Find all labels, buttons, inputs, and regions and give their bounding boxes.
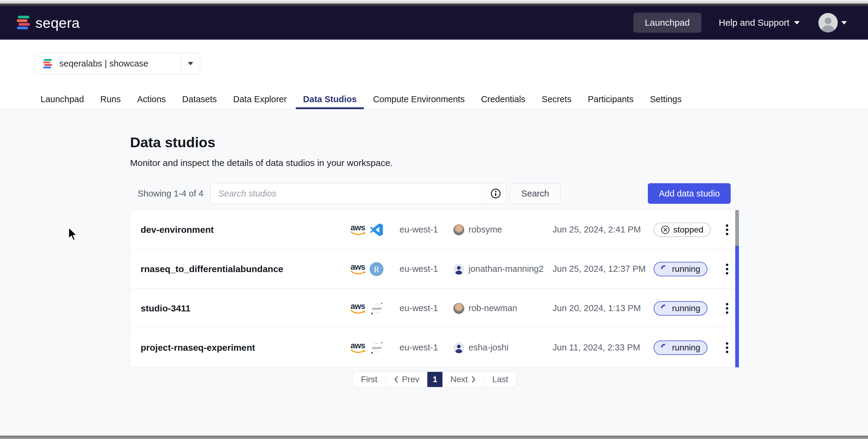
pagination-prev[interactable]: Prev bbox=[385, 372, 428, 387]
aws-logo-icon: aws bbox=[350, 263, 365, 275]
user-name: jonathan-manning2 bbox=[468, 264, 544, 274]
pagination-last[interactable]: Last bbox=[485, 372, 516, 387]
region-label: eu-west-1 bbox=[400, 343, 453, 352]
search-button[interactable]: Search bbox=[510, 183, 560, 204]
page-subtitle: Monitor and inspect the details of data … bbox=[130, 158, 739, 168]
aws-logo-icon: aws bbox=[350, 224, 365, 236]
studios-toolbar: Showing 1-4 of 4 Search Add data studio bbox=[130, 183, 739, 204]
tab-data-studios[interactable]: Data Studios bbox=[303, 89, 356, 109]
search-box bbox=[210, 183, 506, 204]
search-info-button[interactable] bbox=[485, 184, 506, 203]
chevron-down-icon bbox=[188, 62, 193, 65]
status-label: running bbox=[672, 304, 700, 313]
aws-logo-icon: aws bbox=[350, 303, 365, 314]
status-badge: running bbox=[654, 301, 707, 316]
tab-launchpad[interactable]: Launchpad bbox=[40, 89, 84, 109]
pagination-next[interactable]: Next bbox=[442, 372, 485, 387]
pagination-first[interactable]: First bbox=[353, 372, 385, 387]
user-cell: rob-newman bbox=[453, 303, 553, 314]
person-icon bbox=[453, 343, 464, 353]
workspace-selector[interactable]: seqeralabs | showcase bbox=[35, 53, 200, 75]
vscode-icon bbox=[370, 223, 383, 237]
status-badge: stopped bbox=[654, 222, 711, 237]
svg-text:R: R bbox=[374, 264, 379, 274]
row-menu-button[interactable] bbox=[723, 222, 731, 238]
studio-icons: aws R bbox=[350, 262, 400, 276]
page-title: Data studios bbox=[130, 134, 739, 151]
tab-actions[interactable]: Actions bbox=[137, 89, 166, 109]
window-frame bbox=[0, 4, 868, 6]
user-menu[interactable] bbox=[818, 13, 847, 32]
seqera-logo[interactable]: seqera bbox=[17, 14, 80, 31]
table-row[interactable]: project-rnaseq-experiment aws bbox=[130, 328, 739, 367]
studio-name-link[interactable]: studio-3411 bbox=[141, 303, 350, 314]
tab-secrets[interactable]: Secrets bbox=[542, 89, 571, 109]
table-scrollbar-thumb[interactable] bbox=[735, 210, 739, 246]
chevron-down-icon bbox=[794, 21, 800, 25]
studio-name-link[interactable]: project-rnaseq-experiment bbox=[141, 343, 350, 353]
seqera-mark-icon bbox=[43, 58, 53, 69]
tab-credentials[interactable]: Credentials bbox=[481, 89, 525, 109]
user-avatar-photo bbox=[453, 224, 464, 235]
aws-smile-icon bbox=[350, 310, 365, 314]
window-top-edge bbox=[0, 0, 868, 4]
stopped-circle-x-icon bbox=[661, 225, 670, 234]
tab-runs[interactable]: Runs bbox=[100, 89, 121, 109]
tab-datasets[interactable]: Datasets bbox=[182, 89, 217, 109]
region-label: eu-west-1 bbox=[400, 303, 453, 313]
aws-logo-icon: aws bbox=[350, 342, 365, 353]
workspace-selector-toggle[interactable] bbox=[181, 62, 200, 65]
aws-smile-icon bbox=[350, 231, 365, 236]
kebab-icon bbox=[726, 342, 728, 345]
help-and-support-menu[interactable]: Help and Support bbox=[719, 18, 800, 28]
aws-smile-icon bbox=[350, 349, 365, 353]
launchpad-button[interactable]: Launchpad bbox=[633, 13, 701, 33]
chevron-left-icon bbox=[394, 376, 399, 383]
tab-settings[interactable]: Settings bbox=[650, 89, 682, 109]
table-scrollbar-track[interactable] bbox=[735, 210, 739, 367]
user-cell: esha-joshi bbox=[453, 342, 553, 353]
region-label: eu-west-1 bbox=[400, 264, 453, 274]
window-bottom-edge bbox=[0, 436, 868, 439]
studio-name-link[interactable]: rnaseq_to_differentialabundance bbox=[141, 264, 350, 274]
tab-compute-environments[interactable]: Compute Environments bbox=[373, 89, 465, 109]
tab-participants[interactable]: Participants bbox=[588, 89, 633, 109]
kebab-icon bbox=[726, 303, 728, 305]
row-menu-button[interactable] bbox=[723, 340, 731, 355]
person-icon bbox=[818, 14, 838, 32]
main-content: Data studios Monitor and inspect the det… bbox=[0, 109, 868, 387]
running-spinner-icon bbox=[659, 303, 671, 314]
studio-icons: aws jupyter bbox=[350, 301, 400, 316]
subheader: seqeralabs | showcase Launchpad Runs Act… bbox=[0, 40, 868, 109]
table-row[interactable]: rnaseq_to_differentialabundance aws R bbox=[130, 249, 739, 289]
row-menu-button[interactable] bbox=[723, 301, 731, 316]
row-menu-button[interactable] bbox=[723, 261, 731, 277]
rstudio-icon: R bbox=[370, 262, 383, 276]
jupyter-icon: jupyter bbox=[370, 340, 384, 355]
brand-wordmark: seqera bbox=[35, 14, 80, 31]
studio-name-link[interactable]: dev-environment bbox=[141, 225, 350, 235]
table-row[interactable]: studio-3411 aws bbox=[130, 289, 739, 328]
kebab-icon bbox=[726, 224, 728, 227]
created-date: Jun 25, 2024, 2:41 PM bbox=[553, 225, 654, 234]
pagination-page-1[interactable]: 1 bbox=[427, 372, 442, 387]
user-cell: jonathan-manning2 bbox=[453, 264, 553, 275]
status-badge: running bbox=[654, 340, 707, 355]
showing-count: Showing 1-4 of 4 bbox=[137, 189, 204, 199]
running-spinner-icon bbox=[659, 263, 671, 275]
seqera-mark-icon bbox=[17, 15, 31, 30]
status-label: stopped bbox=[673, 225, 704, 234]
tab-data-explorer[interactable]: Data Explorer bbox=[233, 89, 287, 109]
status-label: running bbox=[672, 343, 700, 352]
help-label: Help and Support bbox=[719, 18, 790, 28]
studios-table: dev-environment aws eu- bbox=[130, 210, 739, 367]
region-label: eu-west-1 bbox=[400, 225, 453, 234]
search-input[interactable] bbox=[211, 184, 485, 203]
table-row[interactable]: dev-environment aws eu- bbox=[130, 210, 739, 249]
running-spinner-icon bbox=[659, 342, 671, 353]
workspace-tabs: Launchpad Runs Actions Datasets Data Exp… bbox=[0, 89, 868, 109]
studio-icons: aws jupyter bbox=[350, 340, 400, 355]
add-data-studio-button[interactable]: Add data studio bbox=[648, 183, 731, 204]
pagination: First Prev 1 Next Last bbox=[353, 372, 516, 387]
status-badge: running bbox=[654, 262, 707, 276]
